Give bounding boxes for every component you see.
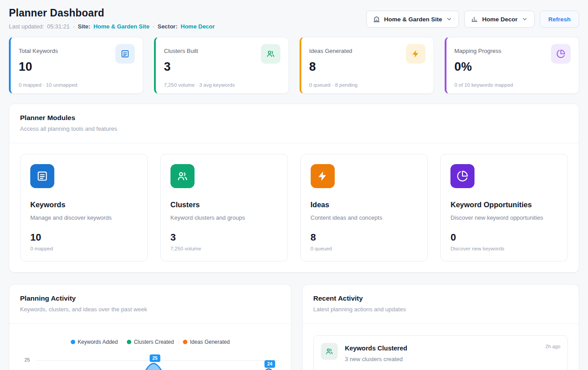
module-detail: 7,250 volume [170, 246, 278, 251]
module-card-ideas[interactable]: Ideas Content ideas and concepts 8 0 que… [300, 154, 428, 261]
meta-separator: · [73, 23, 74, 30]
section-subtitle: Access all planning tools and features [20, 125, 568, 132]
sector-link[interactable]: Home Decor [181, 23, 215, 30]
site-link[interactable]: Home & Garden Site [93, 23, 150, 30]
data-point-label: 24 [264, 360, 275, 368]
module-value: 10 [30, 232, 138, 243]
planner-modules-panel: Planner Modules Access all planning tool… [9, 104, 579, 273]
chart-legend: Keywords Added Clusters Created Ideas Ge… [20, 339, 280, 345]
legend-item-ideas-generated: Ideas Generated [183, 339, 230, 345]
module-detail: 0 queued [311, 246, 418, 251]
stat-detail: 0 mapped · 10 unmapped [19, 82, 135, 88]
module-value: 8 [311, 232, 418, 243]
stat-card-total-keywords: Total Keywords 10 0 mapped · 10 unmapped [9, 37, 143, 94]
bolt-icon [311, 164, 335, 188]
planning-activity-body: Keywords Added Clusters Created Ideas Ge… [9, 324, 291, 370]
section-title: Planning Activity [20, 294, 280, 302]
activity-timestamp: 2h ago [545, 344, 560, 349]
planning-activity-header: Planning Activity Keywords, clusters, an… [9, 285, 291, 324]
site-label: Site: [78, 23, 90, 30]
page-title: Planner Dashboard [9, 7, 215, 19]
data-point-label: 25 [150, 354, 160, 362]
sector-selector-label: Home Decor [482, 16, 518, 23]
stat-label: Total Keywords [19, 44, 58, 54]
module-title: Keyword Opportunities [450, 201, 558, 209]
module-card-clusters[interactable]: Clusters Keyword clusters and groups 3 7… [160, 154, 288, 261]
last-updated-value: 05:31:21 [47, 23, 70, 30]
modules-grid: Keywords Manage and discover keywords 10… [9, 143, 579, 272]
bar-chart-icon [471, 16, 478, 23]
sector-label: Sector: [158, 23, 178, 30]
module-description: Keyword clusters and groups [170, 214, 278, 221]
stat-card-ideas-generated: Ideas Generated 8 0 queued · 8 pending [300, 37, 434, 94]
list-icon [30, 164, 54, 188]
activity-title: Keywords Clustered [345, 345, 407, 352]
site-selector-label: Home & Garden Site [384, 16, 442, 23]
stat-label: Ideas Generated [309, 44, 353, 54]
module-description: Content ideas and concepts [311, 214, 418, 221]
bottom-row: Planning Activity Keywords, clusters, an… [9, 284, 579, 370]
section-subtitle: Latest planning actions and updates [313, 306, 568, 313]
refresh-button[interactable]: Refresh [540, 11, 579, 28]
page-header: Planner Dashboard Last updated: 05:31:21… [9, 7, 579, 30]
activity-list-item: Keywords Clustered 3 new clusters create… [313, 335, 568, 370]
chevron-down-icon [446, 16, 452, 22]
planning-activity-panel: Planning Activity Keywords, clusters, an… [9, 284, 292, 370]
users-icon [170, 164, 195, 188]
module-description: Manage and discover keywords [30, 214, 138, 221]
area-chart: 25 25 24 [20, 351, 280, 370]
legend-label: Clusters Created [134, 339, 174, 345]
stats-row: Total Keywords 10 0 mapped · 10 unmapped… [9, 37, 579, 94]
stat-card-mapping-progress: Mapping Progress 0% 0 of 10 keywords map… [445, 37, 579, 94]
stat-value: 8 [309, 60, 426, 74]
recent-activity-header: Recent Activity Latest planning actions … [303, 285, 579, 324]
y-axis-tick: 25 [24, 357, 30, 362]
legend-dot-icon [127, 340, 131, 344]
section-subtitle: Keywords, clusters, and ideas over the p… [20, 306, 280, 313]
legend-label: Ideas Generated [190, 339, 230, 345]
module-description: Discover new keyword opportunities [450, 214, 558, 221]
users-icon [321, 343, 338, 360]
activity-item-text: Keywords Clustered 3 new clusters create… [345, 342, 407, 370]
section-title: Recent Activity [313, 294, 568, 302]
legend-dot-icon [71, 340, 75, 344]
module-title: Clusters [170, 201, 278, 209]
stat-label: Mapping Progress [454, 44, 502, 54]
module-detail: 0 mapped [30, 246, 138, 251]
last-updated-label: Last updated: [9, 23, 44, 30]
chevron-down-icon [522, 16, 528, 22]
stat-label: Clusters Built [164, 44, 198, 54]
legend-item-clusters-created: Clusters Created [127, 339, 174, 345]
recent-activity-body: Keywords Clustered 3 new clusters create… [303, 324, 579, 370]
module-card-keywords[interactable]: Keywords Manage and discover keywords 10… [20, 154, 148, 261]
pie-chart-icon [450, 164, 474, 188]
planner-dashboard-page: Planner Dashboard Last updated: 05:31:21… [0, 0, 588, 370]
legend-label: Keywords Added [78, 339, 118, 345]
header-controls: Home & Garden Site Home Decor Refresh [366, 11, 579, 28]
activity-description: 3 new clusters created [345, 356, 407, 362]
stat-detail: 0 queued · 8 pending [309, 82, 426, 88]
stat-detail: 7,250 volume · 3 avg keywords [164, 82, 280, 88]
sector-selector[interactable]: Home Decor [464, 11, 535, 28]
stat-value: 3 [164, 60, 280, 74]
module-value: 3 [170, 232, 278, 243]
recent-activity-panel: Recent Activity Latest planning actions … [302, 284, 579, 370]
stat-card-clusters-built: Clusters Built 3 7,250 volume · 3 avg ke… [154, 37, 288, 94]
header-meta: Last updated: 05:31:21 · Site: Home & Ga… [9, 23, 215, 30]
site-selector[interactable]: Home & Garden Site [366, 11, 459, 28]
module-card-keyword-opportunities[interactable]: Keyword Opportunities Discover new keywo… [440, 154, 568, 261]
module-title: Keywords [30, 201, 138, 209]
meta-separator-2: · [153, 23, 154, 30]
stat-value: 0% [454, 60, 571, 74]
header-left: Planner Dashboard Last updated: 05:31:21… [9, 7, 215, 30]
module-detail: Discover new keywords [450, 246, 558, 251]
legend-item-keywords-added: Keywords Added [71, 339, 118, 345]
planner-modules-header: Planner Modules Access all planning tool… [9, 104, 579, 143]
module-title: Ideas [311, 201, 418, 209]
legend-dot-icon [183, 340, 187, 344]
stat-value: 10 [19, 60, 135, 74]
section-title: Planner Modules [20, 114, 568, 122]
module-value: 0 [450, 232, 558, 243]
stat-detail: 0 of 10 keywords mapped [454, 82, 571, 88]
building-icon [373, 16, 380, 23]
